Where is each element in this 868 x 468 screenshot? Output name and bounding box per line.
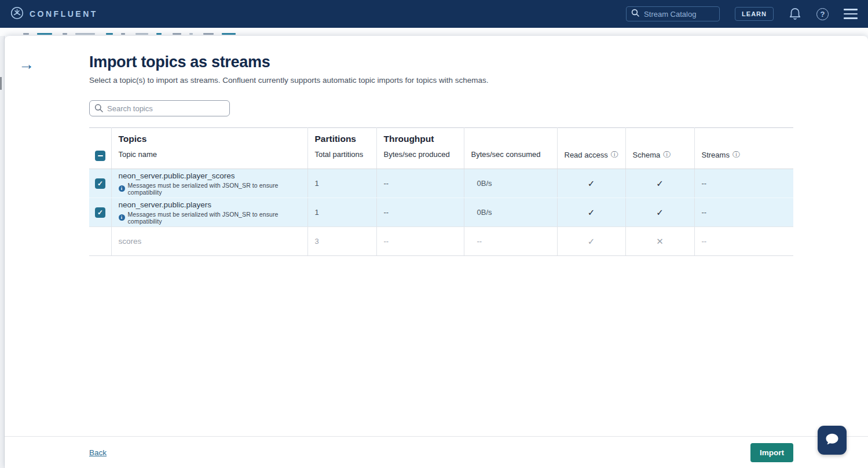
col-produced: Throughput Bytes/sec produced [376,128,464,169]
check-icon: ✓ [588,236,595,246]
edge-tab [0,77,2,90]
col-partitions: Partitions Total partitions [307,128,376,169]
import-topics-panel: → Import topics as streams Select a topi… [5,36,868,468]
row-checkbox[interactable]: ✓ [95,207,105,218]
consumed-cell: -- [464,227,557,256]
indeterminate-icon [98,155,103,156]
schema-cell: ✓ [625,169,694,198]
col-topics: Topics Topic name [111,128,307,169]
topic-cell: neon_server.public.player_scores i Messa… [111,169,307,198]
info-icon: i [119,185,125,192]
hamburger-icon [844,9,858,19]
consumed-cell: 0B/s [464,198,557,227]
read-access-cell: ✓ [557,169,625,198]
topics-search [89,100,230,116]
schema-cell: ✕ [625,227,694,256]
topic-name: neon_server.public.players [119,200,307,209]
check-icon: ✓ [656,178,664,188]
partitions-group-header: Partitions [315,134,376,150]
check-icon: ✓ [97,180,103,187]
streams-cell: -- [694,198,793,227]
back-link[interactable]: Back [89,448,107,457]
topic-note: i Messages must be serialized with JSON_… [119,211,307,225]
read-access-cell: ✓ [557,198,625,227]
navbar-actions: LEARN ? [626,6,858,22]
import-button[interactable]: Import [750,443,793,462]
table-row-scores: scores 3 -- -- ✓ ✕ -- [89,227,793,256]
info-icon[interactable]: ⓘ [733,150,740,160]
topic-note: i Messages must be serialized with JSON_… [119,182,307,196]
consumed-cell: 0B/s [464,169,557,198]
stream-catalog-input[interactable] [644,10,712,19]
search-icon [94,104,103,115]
brand-name: CONFLUENT [30,9,98,19]
produced-header: Bytes/sec produced [384,150,450,159]
select-all-cell [89,128,111,169]
chat-widget-button[interactable] [818,426,847,455]
row-checkbox-cell: ✓ [89,198,111,227]
streams-cell: -- [694,227,793,256]
top-navbar: CONFLUENT LEARN [0,0,868,28]
page-title: Import topics as streams [89,53,868,71]
left-gutter [0,36,5,468]
page-subtitle: Select a topic(s) to import as streams. … [89,76,868,85]
select-all-checkbox[interactable] [95,151,105,161]
check-icon: ✓ [656,207,664,217]
panel-content: Import topics as streams Select a topic(… [89,53,868,256]
partitions-cell: 3 [307,227,376,256]
topic-name-header: Topic name [119,150,157,159]
topic-name: neon_server.public.player_scores [119,171,307,180]
search-icon [631,9,639,19]
schema-header: Schema [633,151,661,159]
row-checkbox[interactable]: ✓ [95,178,105,189]
col-consumed: Bytes/sec consumed [464,128,557,169]
produced-cell: -- [376,169,464,198]
check-icon: ✓ [97,209,103,216]
check-icon: ✓ [588,178,595,188]
row-checkbox-cell: ✓ [89,169,111,198]
table-header-row: Topics Topic name Partitions Total parti… [89,128,793,169]
breadcrumb [23,33,695,35]
read-access-cell: ✓ [557,227,625,256]
topics-search-input[interactable] [89,100,230,116]
topics-table: Topics Topic name Partitions Total parti… [89,127,793,256]
streams-header: Streams [702,151,730,159]
produced-cell: -- [376,227,464,256]
topic-cell: scores [111,227,307,256]
table-row-player-scores[interactable]: ✓ neon_server.public.player_scores i Mes… [89,169,793,198]
produced-cell: -- [376,198,464,227]
confluent-logo-icon [10,6,24,22]
brand: CONFLUENT [10,6,98,22]
throughput-group-header: Throughput [384,134,464,150]
partitions-cell: 1 [307,198,376,227]
info-icon[interactable]: ⓘ [611,150,618,160]
total-partitions-header: Total partitions [315,150,364,159]
partitions-cell: 1 [307,169,376,198]
check-icon: ✓ [588,207,595,217]
menu-button[interactable] [844,9,858,19]
notifications-button[interactable] [789,6,801,22]
streams-cell: -- [694,169,793,198]
app-screen: CONFLUENT LEARN [0,0,868,468]
collapse-panel-button[interactable]: → [19,57,34,72]
help-icon: ? [816,8,829,20]
table-row-players[interactable]: ✓ neon_server.public.players i Messages … [89,198,793,227]
col-read-access: Read access ⓘ [557,128,625,169]
x-icon: ✕ [656,236,664,246]
topic-name: scores [119,237,307,246]
arrow-right-icon: → [19,56,34,73]
schema-cell: ✓ [625,198,694,227]
bell-icon [789,6,801,22]
help-button[interactable]: ? [816,8,829,20]
stream-catalog-search[interactable] [626,6,720,21]
col-streams: Streams ⓘ [694,128,793,169]
info-icon[interactable]: ⓘ [663,150,671,160]
panel-footer: Back Import [5,436,868,468]
row-checkbox-cell [89,227,111,256]
read-access-header: Read access [565,151,608,159]
learn-button[interactable]: LEARN [735,7,774,21]
chat-bubble-icon [824,432,840,449]
info-icon: i [119,214,125,221]
topic-cell: neon_server.public.players i Messages mu… [111,198,307,227]
topics-group-header: Topics [119,134,307,150]
